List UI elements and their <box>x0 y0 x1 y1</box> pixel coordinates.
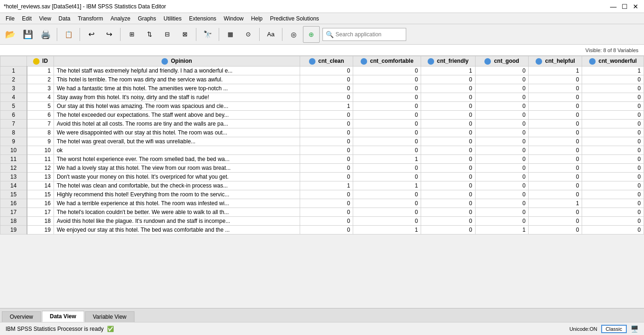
cell-id[interactable]: 2 <box>27 75 54 84</box>
cell-cnt-clean[interactable]: 0 <box>300 208 353 216</box>
sort-button[interactable]: ⇅ <box>141 26 158 43</box>
menu-analyze[interactable]: Analyze <box>107 14 134 23</box>
cell-cnt-comfortable[interactable]: 0 <box>353 75 421 84</box>
cell-cnt-wonderful[interactable]: 0 <box>582 119 644 128</box>
table-row[interactable]: 9 9 The hotel was great overall, but the… <box>0 137 644 146</box>
cell-cnt-helpful[interactable]: 0 <box>529 208 582 216</box>
cell-opinion[interactable]: We enjoyed our stay at this hotel. The b… <box>54 225 300 234</box>
cell-cnt-good[interactable]: 0 <box>475 208 529 216</box>
table-row[interactable]: 12 12 We had a lovely stay at this hotel… <box>0 163 644 172</box>
maximize-button[interactable]: ☐ <box>620 2 629 11</box>
cell-cnt-clean[interactable]: 0 <box>300 93 353 101</box>
cell-cnt-clean[interactable]: 0 <box>300 137 353 146</box>
cell-cnt-wonderful[interactable]: 0 <box>582 181 644 190</box>
cell-id[interactable]: 1 <box>27 66 54 75</box>
tab-data-view[interactable]: Data View <box>42 311 84 322</box>
menu-predictive[interactable]: Predictive Solutions <box>266 14 322 23</box>
table-row[interactable]: 3 3 We had a fantastic time at this hote… <box>0 84 644 93</box>
cell-cnt-good[interactable]: 0 <box>475 216 529 225</box>
table-row[interactable]: 17 17 The hotel's location couldn't be b… <box>0 208 644 216</box>
cell-cnt-comfortable[interactable]: 0 <box>353 137 421 146</box>
table-row[interactable]: 7 7 Avoid this hotel at all costs. The r… <box>0 119 644 128</box>
cell-cnt-helpful[interactable]: 1 <box>529 66 582 75</box>
cell-id[interactable]: 7 <box>27 119 54 128</box>
table-row[interactable]: 16 16 We had a terrible experience at th… <box>0 199 644 208</box>
cell-opinion[interactable]: Stay away from this hotel. It's noisy, d… <box>54 93 300 101</box>
cell-cnt-comfortable[interactable]: 0 <box>353 172 421 181</box>
menu-view[interactable]: View <box>35 14 55 23</box>
col-header-opinion[interactable]: Opinion <box>54 56 300 67</box>
cell-cnt-comfortable[interactable]: 0 <box>353 216 421 225</box>
cell-cnt-clean[interactable]: 0 <box>300 128 353 137</box>
cell-cnt-friendly[interactable]: 0 <box>421 101 475 110</box>
cell-cnt-helpful[interactable]: 1 <box>529 199 582 208</box>
cell-cnt-good[interactable]: 0 <box>475 93 529 101</box>
cell-cnt-wonderful[interactable]: 0 <box>582 199 644 208</box>
cell-id[interactable]: 10 <box>27 146 54 154</box>
cell-cnt-wonderful[interactable]: 0 <box>582 137 644 146</box>
cell-opinion[interactable]: The hotel staff was extremely helpful an… <box>54 66 300 75</box>
cell-cnt-good[interactable]: 0 <box>475 172 529 181</box>
cell-cnt-good[interactable]: 0 <box>475 128 529 137</box>
table-row[interactable]: 2 2 This hotel is terrible. The room was… <box>0 75 644 84</box>
cell-cnt-good[interactable]: 0 <box>475 190 529 199</box>
table-row[interactable]: 18 18 Avoid this hotel like the plague. … <box>0 216 644 225</box>
undo-button[interactable]: ↩ <box>83 26 100 43</box>
cell-opinion[interactable]: ok <box>54 146 300 154</box>
cell-cnt-friendly[interactable]: 0 <box>421 154 475 163</box>
cell-cnt-friendly[interactable]: 0 <box>421 119 475 128</box>
menu-window[interactable]: Window <box>220 14 248 23</box>
cell-id[interactable]: 3 <box>27 84 54 93</box>
table-row[interactable]: 10 10 ok 0 0 0 0 0 0 <box>0 146 644 154</box>
cell-opinion[interactable]: Don't waste your money on this hotel. It… <box>54 172 300 181</box>
table-row[interactable]: 4 4 Stay away from this hotel. It's nois… <box>0 93 644 101</box>
split-button[interactable]: ⊟ <box>159 26 175 43</box>
cell-cnt-helpful[interactable]: 0 <box>529 75 582 84</box>
close-button[interactable]: ✕ <box>631 2 640 11</box>
save-button[interactable]: 💾 <box>20 26 36 43</box>
cell-id[interactable]: 17 <box>27 208 54 216</box>
variable-view-button[interactable]: 📋 <box>60 26 77 43</box>
cell-cnt-comfortable[interactable]: 0 <box>353 190 421 199</box>
cell-cnt-friendly[interactable]: 0 <box>421 190 475 199</box>
cell-cnt-helpful[interactable]: 0 <box>529 181 582 190</box>
cell-cnt-friendly[interactable]: 0 <box>421 208 475 216</box>
cell-cnt-wonderful[interactable]: 0 <box>582 93 644 101</box>
cell-cnt-clean[interactable]: 0 <box>300 75 353 84</box>
cell-id[interactable]: 8 <box>27 128 54 137</box>
cell-cnt-comfortable[interactable]: 0 <box>353 66 421 75</box>
cell-cnt-clean[interactable]: 0 <box>300 225 353 234</box>
menu-graphs[interactable]: Graphs <box>134 14 160 23</box>
cell-opinion[interactable]: The hotel was clean and comfortable, but… <box>54 181 300 190</box>
cell-cnt-helpful[interactable]: 0 <box>529 190 582 199</box>
cell-cnt-comfortable[interactable]: 0 <box>353 163 421 172</box>
table-row[interactable]: 19 19 We enjoyed our stay at this hotel.… <box>0 225 644 234</box>
print-button[interactable]: 🖨️ <box>37 26 54 43</box>
cell-opinion[interactable]: We had a lovely stay at this hotel. The … <box>54 163 300 172</box>
menu-file[interactable]: File <box>2 14 18 23</box>
cell-cnt-clean[interactable]: 0 <box>300 216 353 225</box>
cell-opinion[interactable]: We had a terrible experience at this hot… <box>54 199 300 208</box>
table-row[interactable]: 5 5 Our stay at this hotel was amazing. … <box>0 101 644 110</box>
cell-cnt-friendly[interactable]: 0 <box>421 137 475 146</box>
cell-opinion[interactable]: Our stay at this hotel was amazing. The … <box>54 101 300 110</box>
cell-cnt-friendly[interactable]: 1 <box>421 66 475 75</box>
cell-cnt-comfortable[interactable]: 1 <box>353 225 421 234</box>
cell-cnt-helpful[interactable]: 0 <box>529 172 582 181</box>
cell-id[interactable]: 11 <box>27 154 54 163</box>
cell-cnt-clean[interactable]: 1 <box>300 181 353 190</box>
cell-id[interactable]: 19 <box>27 225 54 234</box>
table-row[interactable]: 6 6 The hotel exceeded our expectations.… <box>0 110 644 119</box>
recode-button[interactable]: ⊙ <box>240 26 256 43</box>
cell-cnt-good[interactable]: 0 <box>475 75 529 84</box>
cell-cnt-good[interactable]: 0 <box>475 66 529 75</box>
cell-cnt-friendly[interactable]: 0 <box>421 110 475 119</box>
cell-cnt-helpful[interactable]: 0 <box>529 137 582 146</box>
cell-cnt-helpful[interactable]: 0 <box>529 146 582 154</box>
find-button[interactable]: 🔭 <box>199 26 216 43</box>
cell-cnt-comfortable[interactable]: 0 <box>353 128 421 137</box>
cell-cnt-helpful[interactable]: 0 <box>529 128 582 137</box>
table-row[interactable]: 13 13 Don't waste your money on this hot… <box>0 172 644 181</box>
cell-id[interactable]: 5 <box>27 101 54 110</box>
menu-utilities[interactable]: Utilities <box>160 14 185 23</box>
